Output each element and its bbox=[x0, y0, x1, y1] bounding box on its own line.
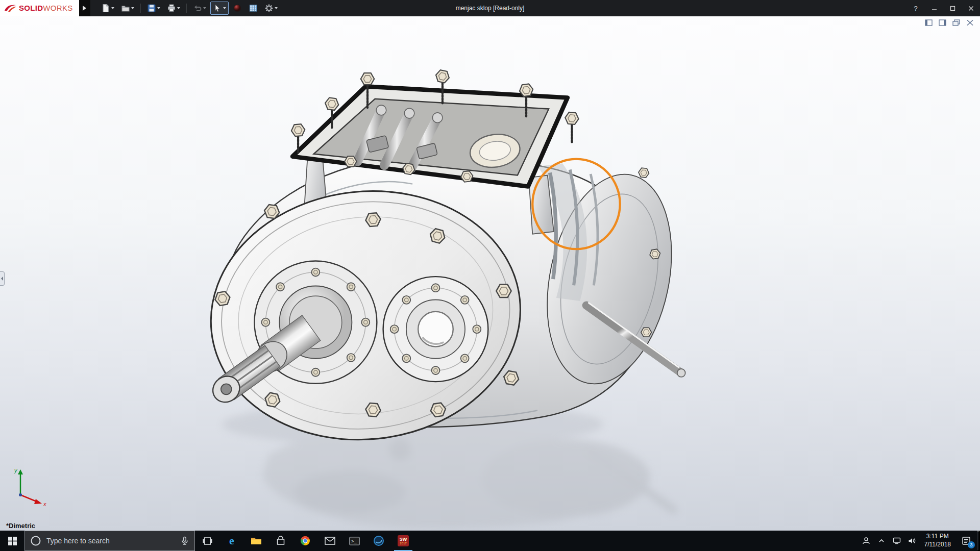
speaker-icon bbox=[908, 537, 916, 544]
print-button[interactable] bbox=[164, 2, 183, 15]
cortana-icon bbox=[30, 535, 41, 546]
task-view-button[interactable] bbox=[195, 531, 219, 551]
dropdown-caret-icon bbox=[111, 7, 114, 9]
bearing-cover-hub bbox=[383, 277, 488, 382]
people-icon[interactable] bbox=[859, 531, 874, 551]
restore-window-icon bbox=[952, 19, 960, 26]
volume-icon[interactable] bbox=[904, 531, 920, 551]
maximize-icon bbox=[950, 6, 955, 11]
close-button[interactable] bbox=[962, 0, 980, 16]
close-document-button[interactable] bbox=[966, 19, 974, 26]
z-axis-dot bbox=[19, 493, 22, 496]
solidworks-taskbar-icon[interactable]: SW 2017 bbox=[391, 531, 415, 551]
ds-logo-icon bbox=[4, 4, 16, 13]
document-window-controls bbox=[925, 19, 974, 26]
task-view-icon bbox=[203, 537, 212, 545]
windows-logo-icon bbox=[8, 537, 17, 545]
pane-right-button[interactable] bbox=[939, 19, 946, 26]
dropdown-caret-icon bbox=[275, 7, 278, 9]
dropdown-caret-icon bbox=[177, 7, 180, 9]
save-floppy-icon bbox=[147, 4, 156, 13]
clock-time: 3:11 PM bbox=[926, 533, 949, 541]
x-axis-label: x bbox=[43, 501, 46, 507]
new-document-icon bbox=[101, 4, 110, 13]
person-icon bbox=[862, 537, 870, 545]
pane-left-button[interactable] bbox=[925, 19, 933, 26]
network-icon[interactable] bbox=[889, 531, 904, 551]
store-icon[interactable] bbox=[268, 531, 293, 551]
flyout-arrow-icon bbox=[83, 6, 86, 11]
folder-icon bbox=[251, 536, 262, 545]
envelope-icon bbox=[325, 537, 335, 545]
ethernet-icon bbox=[893, 537, 901, 544]
minimize-icon bbox=[932, 6, 937, 11]
close-icon bbox=[968, 6, 974, 11]
chrome-logo-icon bbox=[300, 535, 311, 546]
quick-toolbar bbox=[99, 2, 280, 15]
console-icon: >_ bbox=[349, 537, 360, 545]
taskbar: e bbox=[0, 531, 980, 551]
y-axis-label: y bbox=[14, 467, 18, 473]
svg-text:e: e bbox=[229, 535, 234, 547]
titlebar: SOLIDWORKS bbox=[0, 0, 980, 16]
dropdown-caret-icon bbox=[223, 7, 226, 9]
view-orientation-label: *Dimetric bbox=[6, 522, 35, 530]
solidworks-app-tile: SW 2017 bbox=[398, 535, 409, 546]
circular-app-icon[interactable] bbox=[366, 531, 391, 551]
design-table-icon bbox=[249, 4, 258, 13]
clock-date: 7/11/2018 bbox=[924, 541, 951, 549]
window-controls: ? bbox=[906, 0, 980, 16]
start-button[interactable] bbox=[0, 531, 24, 551]
notification-badge: 3 bbox=[968, 541, 975, 548]
pane-left-icon bbox=[925, 19, 933, 26]
graphics-area[interactable]: y x *Dimetric bbox=[0, 16, 980, 531]
select-tool-button[interactable] bbox=[210, 2, 229, 15]
undo-arrow-icon bbox=[193, 4, 202, 13]
command-prompt-icon[interactable]: >_ bbox=[342, 531, 366, 551]
material-sphere-button[interactable] bbox=[230, 2, 244, 15]
material-sphere-icon bbox=[233, 4, 242, 13]
clock[interactable]: 3:11 PM 7/11/2018 bbox=[920, 531, 956, 551]
options-button[interactable] bbox=[262, 2, 280, 15]
taskbar-search[interactable] bbox=[24, 531, 195, 551]
microphone-icon bbox=[180, 536, 189, 545]
solidworks-logo: SOLIDWORKS bbox=[0, 0, 79, 16]
close-document-icon bbox=[966, 19, 974, 26]
gearbox-model bbox=[0, 16, 980, 531]
show-hidden-icons-button[interactable] bbox=[874, 531, 889, 551]
save-button[interactable] bbox=[144, 2, 163, 15]
chrome-icon[interactable] bbox=[293, 531, 317, 551]
reference-triad: y x bbox=[11, 463, 52, 507]
pane-right-icon bbox=[939, 19, 946, 26]
y-axis-arrow bbox=[18, 469, 23, 474]
file-explorer-icon[interactable] bbox=[244, 531, 268, 551]
options-gear-icon bbox=[264, 4, 274, 13]
minimize-button[interactable] bbox=[925, 0, 943, 16]
edge-icon[interactable]: e bbox=[219, 531, 244, 551]
open-folder-icon bbox=[121, 4, 130, 13]
design-table-button[interactable] bbox=[246, 2, 260, 15]
dropdown-caret-icon bbox=[131, 7, 134, 9]
undo-button[interactable] bbox=[190, 2, 209, 15]
toolbar-separator bbox=[186, 4, 187, 13]
mail-icon[interactable] bbox=[317, 531, 342, 551]
help-button[interactable]: ? bbox=[906, 0, 925, 16]
open-document-button[interactable] bbox=[118, 2, 137, 15]
print-icon bbox=[167, 4, 176, 13]
brand-solid-text: SOLID bbox=[19, 4, 43, 12]
chevron-up-icon bbox=[878, 538, 885, 544]
dropdown-caret-icon bbox=[157, 7, 160, 9]
panel-collapse-handle[interactable] bbox=[0, 271, 5, 286]
new-document-button[interactable] bbox=[99, 2, 117, 15]
shopping-bag-icon bbox=[276, 536, 286, 546]
edge-logo-icon: e bbox=[226, 535, 238, 547]
action-center-button[interactable]: 3 bbox=[955, 531, 977, 551]
search-input[interactable] bbox=[46, 537, 175, 545]
round-app-glyph-icon bbox=[373, 535, 384, 546]
select-cursor-icon bbox=[213, 4, 222, 13]
show-desktop-button[interactable] bbox=[977, 531, 980, 551]
restore-window-button[interactable] bbox=[952, 19, 960, 26]
maximize-button[interactable] bbox=[943, 0, 962, 16]
menu-flyout-button[interactable] bbox=[79, 0, 90, 16]
system-tray: 3:11 PM 7/11/2018 3 bbox=[859, 531, 980, 551]
